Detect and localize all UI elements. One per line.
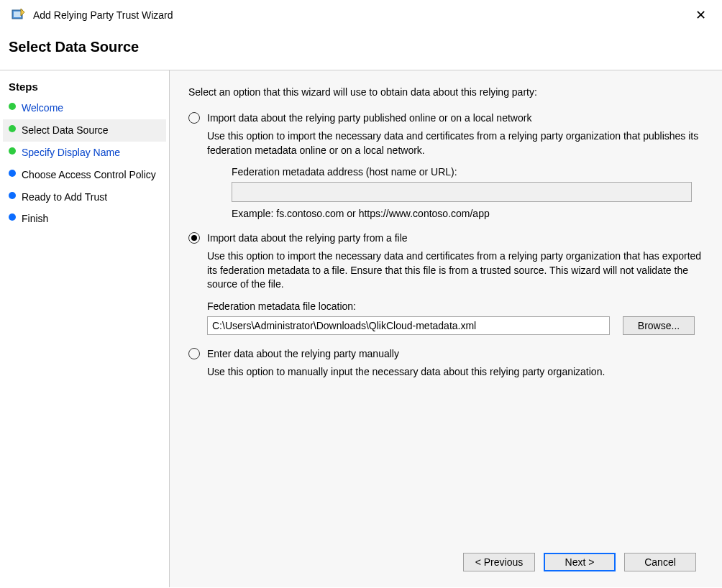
- close-icon[interactable]: ✕: [688, 6, 713, 24]
- option-enter-manually: Enter data about the relying party manua…: [188, 348, 703, 380]
- window-title: Add Relying Party Trust Wizard: [33, 9, 688, 21]
- step-choose-access-control[interactable]: Choose Access Control Policy: [3, 164, 166, 186]
- step-bullet-icon: [9, 147, 16, 155]
- radio-import-file[interactable]: [188, 232, 200, 244]
- step-bullet-icon: [9, 192, 16, 199]
- step-label: Specify Display Name: [22, 146, 120, 160]
- option-description: Use this option to manually input the ne…: [207, 365, 703, 380]
- metadata-address-input[interactable]: [232, 182, 692, 202]
- step-select-data-source[interactable]: Select Data Source: [3, 119, 166, 142]
- option-description: Use this option to import the necessary …: [207, 129, 703, 157]
- step-label: Finish: [22, 212, 48, 226]
- metadata-file-label: Federation metadata file location:: [207, 300, 703, 312]
- wizard-icon: [12, 8, 26, 22]
- metadata-file-input[interactable]: [207, 316, 610, 335]
- metadata-address-label: Federation metadata address (host name o…: [232, 166, 703, 178]
- radio-label[interactable]: Import data about the relying party from…: [207, 232, 408, 244]
- radio-import-online[interactable]: [188, 112, 200, 124]
- step-finish[interactable]: Finish: [3, 208, 166, 230]
- page-title: Select Data Source: [9, 39, 713, 55]
- option-import-file: Import data about the relying party from…: [188, 232, 703, 335]
- step-bullet-icon: [9, 213, 16, 221]
- steps-heading: Steps: [3, 78, 166, 97]
- option-import-online: Import data about the relying party publ…: [188, 112, 703, 219]
- svg-rect-1: [14, 12, 21, 17]
- wizard-button-bar: < Previous Next > Cancel: [188, 541, 703, 587]
- step-bullet-icon: [9, 170, 16, 177]
- step-label: Welcome: [22, 101, 63, 115]
- step-label: Select Data Source: [22, 124, 109, 137]
- steps-pane: Steps Welcome Select Data Source Specify…: [0, 70, 170, 587]
- cancel-button[interactable]: Cancel: [624, 553, 696, 571]
- step-bullet-icon: [9, 125, 16, 132]
- step-label: Ready to Add Trust: [22, 190, 107, 204]
- radio-label[interactable]: Import data about the relying party publ…: [207, 112, 531, 124]
- step-label: Choose Access Control Policy: [22, 168, 156, 182]
- browse-button[interactable]: Browse...: [623, 316, 695, 335]
- wizard-body: Steps Welcome Select Data Source Specify…: [0, 70, 722, 587]
- page-header: Select Data Source: [0, 29, 722, 70]
- step-specify-display-name[interactable]: Specify Display Name: [3, 142, 166, 164]
- content-pane: Select an option that this wizard will u…: [170, 70, 722, 587]
- step-ready-to-add-trust[interactable]: Ready to Add Trust: [3, 186, 166, 208]
- option-description: Use this option to import the necessary …: [207, 249, 703, 292]
- radio-enter-manually[interactable]: [188, 348, 200, 359]
- previous-button[interactable]: < Previous: [463, 553, 535, 571]
- metadata-address-example: Example: fs.contoso.com or https://www.c…: [232, 208, 703, 219]
- next-button[interactable]: Next >: [544, 553, 616, 571]
- step-bullet-icon: [9, 103, 16, 110]
- titlebar: Add Relying Party Trust Wizard ✕: [0, 0, 722, 29]
- intro-text: Select an option that this wizard will u…: [188, 86, 703, 98]
- step-welcome[interactable]: Welcome: [3, 97, 166, 119]
- radio-label[interactable]: Enter data about the relying party manua…: [207, 348, 399, 359]
